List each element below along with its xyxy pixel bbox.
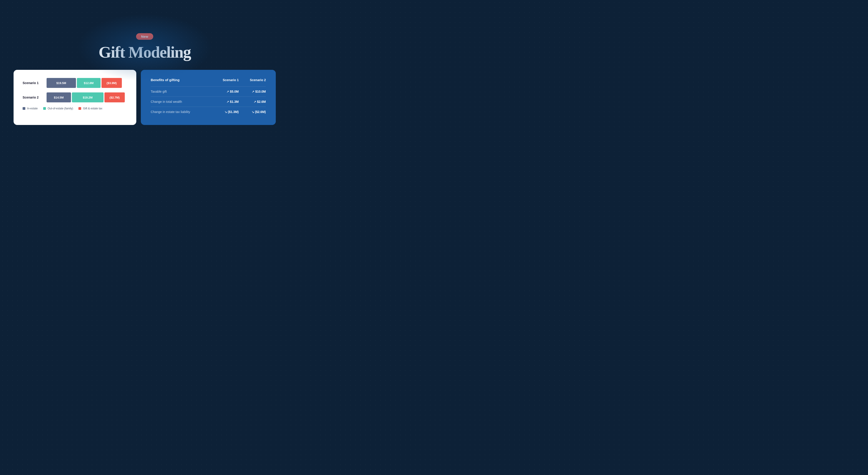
page-title: Gift Modeling	[98, 44, 191, 61]
benefits-title: Benefits of gifting	[151, 78, 212, 82]
chart-card: Scenario 1 $19.5M $12.8M ($3.9M) Scenari…	[13, 70, 136, 125]
arrow-up-icon: ↗	[252, 90, 254, 93]
arrow-up-icon: ↗	[226, 90, 229, 93]
scenario-1-label: Scenario 1	[23, 81, 43, 85]
scenario-2-bars: $14.5M $19.2M ($2.7M)	[46, 92, 127, 102]
benefit-val1-3: ↘ ($1.3M)	[212, 110, 239, 114]
benefits-card: Benefits of gifting Scenario 1 Scenario …	[141, 70, 276, 125]
benefit-val2-1: ↗ $10.0M	[239, 90, 266, 93]
benefits-row-1: Taxable gift ↗ $5.0M ↗ $10.0M	[151, 86, 266, 96]
benefit-label-3: Change in estate tax liability	[151, 110, 212, 114]
scenario-1-bars: $19.5M $12.8M ($3.9M)	[46, 78, 127, 88]
scenario-2-label: Scenario 2	[23, 96, 43, 99]
cards-row: Scenario 1 $19.5M $12.8M ($3.9M) Scenari…	[13, 70, 276, 125]
arrow-down-icon: ↘	[252, 110, 254, 114]
legend-tax-label: Gift & estate tax	[83, 107, 102, 110]
legend-instate-dot	[23, 107, 25, 110]
scenario-1-row: Scenario 1 $19.5M $12.8M ($3.9M)	[23, 78, 127, 88]
legend-instate: In-estate	[23, 107, 38, 110]
benefit-label-1: Taxable gift	[151, 90, 212, 93]
chart-legend: In-estate Out-of-estate (family) Gift & …	[23, 107, 127, 110]
legend-outestate-label: Out-of-estate (family)	[48, 107, 73, 110]
new-badge: New	[136, 33, 153, 40]
benefit-val2-3: ↘ ($2.6M)	[239, 110, 266, 114]
page-wrapper: New Gift Modeling Scenario 1 $19.5M $12.…	[0, 33, 289, 125]
legend-instate-label: In-estate	[27, 107, 38, 110]
benefits-row-3: Change in estate tax liability ↘ ($1.3M)…	[151, 107, 266, 117]
benefit-label-2: Change in total wealth	[151, 100, 212, 103]
scenario-1-outestate-bar: $12.8M	[77, 78, 101, 88]
scenario-2-tax-bar: ($2.7M)	[104, 92, 125, 102]
benefits-header: Benefits of gifting Scenario 1 Scenario …	[151, 78, 266, 82]
benefits-row-2: Change in total wealth ↗ $1.3M ↗ $2.6M	[151, 96, 266, 107]
benefit-val1-1: ↗ $5.0M	[212, 90, 239, 93]
arrow-down-icon: ↘	[224, 110, 227, 114]
scenario-1-instate-bar: $19.5M	[46, 78, 76, 88]
arrow-up-icon: ↗	[226, 100, 229, 103]
arrow-up-icon: ↗	[254, 100, 256, 103]
legend-tax: Gift & estate tax	[79, 107, 102, 110]
legend-outestate: Out-of-estate (family)	[43, 107, 73, 110]
legend-outestate-dot	[43, 107, 46, 110]
col1-header: Scenario 1	[212, 78, 239, 82]
benefit-val1-2: ↗ $1.3M	[212, 100, 239, 103]
header-section: New Gift Modeling	[98, 33, 191, 61]
scenario-2-row: Scenario 2 $14.5M $19.2M ($2.7M)	[23, 92, 127, 102]
scenario-2-outestate-bar: $19.2M	[72, 92, 103, 102]
benefit-val2-2: ↗ $2.6M	[239, 100, 266, 103]
scenario-1-tax-bar: ($3.9M)	[101, 78, 122, 88]
col2-header: Scenario 2	[239, 78, 266, 82]
scenario-2-instate-bar: $14.5M	[46, 92, 71, 102]
legend-tax-dot	[79, 107, 81, 110]
